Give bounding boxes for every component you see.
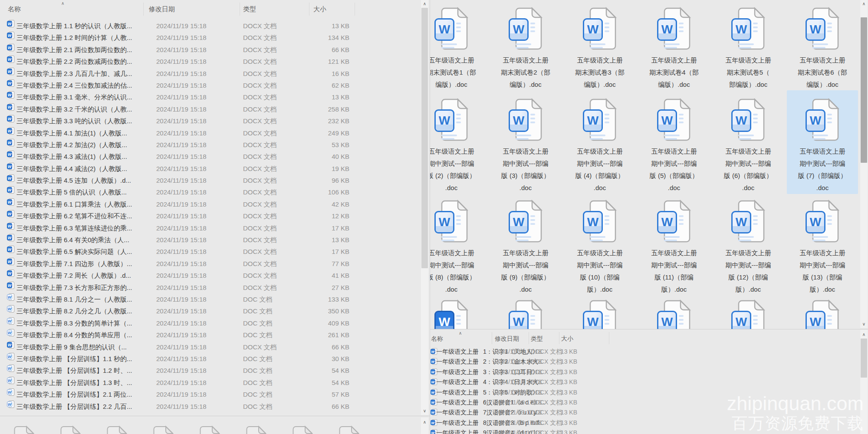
file-icon-item[interactable]: W五年级语文上册期末测试卷3（部编版）.doc <box>564 3 635 91</box>
file-row[interactable]: W三年级数学上册2.2 两位数减两位数的...2024/11/19 15:18D… <box>0 56 430 67</box>
scroll-up-icon[interactable]: ∧ <box>860 1 868 7</box>
file-row[interactable]: W三年级数学上册2.4 三位数加减法的估...2024/11/19 15:18D… <box>0 79 430 91</box>
column-divider[interactable] <box>609 332 609 344</box>
file-row[interactable]: W三年级数学上册6.4 有关0的乘法（人...2024/11/19 15:18D… <box>0 234 430 246</box>
partial-doc-icon[interactable] <box>292 425 314 434</box>
file-row[interactable]: W三年级数学上册【分层训练】1.2 时、...2024/11/19 15:18D… <box>0 365 430 376</box>
file-row[interactable]: W三年级数学上册6.1 口算乘法（人教版...2024/11/19 15:18D… <box>0 198 430 210</box>
partial-doc-icon[interactable] <box>60 425 82 434</box>
file-row[interactable]: W一年级语文上册5：识字5《对韵歌》...2024/11/19 17:18DOC… <box>430 388 868 398</box>
file-row[interactable]: W三年级数学上册3.1 毫米、分米的认识...2024/11/19 15:18D… <box>0 91 430 103</box>
column-divider[interactable] <box>355 3 355 16</box>
file-row[interactable]: W三年级数学上册1.2 时间的计算（人教...2024/11/19 15:18D… <box>0 32 430 43</box>
partial-doc-icon[interactable] <box>199 425 221 434</box>
file-row[interactable]: W三年级数学上册8.3 分数的简单计算（...2024/11/19 15:18D… <box>0 317 430 329</box>
file-row[interactable]: W一年级语文上册6汉语拼音1《a o e》...2024/11/19 17:18… <box>430 398 868 408</box>
file-icon-item[interactable]: W五年级语文上册期中测试---部编版 (3)（部编版）.doc <box>490 90 561 194</box>
file-row[interactable]: W一年级语文上册7汉语拼音2《i u ü y...2024/11/19 17:1… <box>430 408 868 418</box>
file-icon-item[interactable]: W五年级语文上册期中测试---部编版 (2)（部编版）.doc <box>430 90 487 194</box>
column-divider[interactable] <box>309 3 309 16</box>
file-icon-item[interactable]: W五年级语文上册期末测试卷4（部编版）.doc <box>638 3 710 91</box>
file-icon-item[interactable]: W五年级语文上册期末测试卷2（部编版）.doc <box>490 3 561 91</box>
file-row[interactable]: W三年级数学上册【分层训练】2.1 两位...2024/11/19 15:18D… <box>0 388 430 400</box>
bottom-left-scrollbar[interactable]: ∧ <box>421 418 428 434</box>
file-row[interactable]: W三年级数学上册【分层训练】1.3 时、...2024/11/19 15:18D… <box>0 377 430 388</box>
file-icon-item[interactable]: W五年级语文上册期中测试---部编版 (5)（部编版）.doc <box>638 90 710 194</box>
bottom-right-scrollbar[interactable]: ∧ <box>860 330 868 434</box>
file-row[interactable]: W三年级数学上册【分层训练】1.1 秒的...2024/11/19 15:18D… <box>0 353 430 365</box>
file-row[interactable]: W一年级语文上册3：识字3《口耳目》...2024/11/19 17:18DOC… <box>430 367 868 377</box>
column-divider[interactable] <box>559 332 559 344</box>
column-header-date[interactable]: 修改日期 <box>149 4 175 14</box>
file-row[interactable]: W三年级数学上册2.1 两位数加两位数的...2024/11/19 15:18D… <box>0 44 430 56</box>
column-header-size[interactable]: 大小 <box>561 334 573 343</box>
file-row[interactable]: W三年级数学上册3.3 吨的认识（人教版...2024/11/19 15:18D… <box>0 115 430 127</box>
column-divider[interactable] <box>492 332 492 344</box>
right-scrollbar[interactable]: ∧ ∨ <box>860 0 868 328</box>
file-row[interactable]: W三年级数学上册4.4 减法(2)（人教版...2024/11/19 15:18… <box>0 163 430 174</box>
scrollbar-thumb[interactable] <box>421 8 428 268</box>
file-row[interactable]: W三年级数学上册3.2 千米的认识（人教...2024/11/19 15:18D… <box>0 103 430 115</box>
partial-doc-icon[interactable] <box>153 425 174 434</box>
left-scrollbar[interactable]: ∧ ∨ <box>421 0 428 415</box>
file-icon-item[interactable]: W五年级语文上册期中测试---部编版 (7)（部编版）.doc <box>787 90 858 194</box>
file-row[interactable]: W一年级语文上册9汉语拼音4《d t n l...2024/11/19 17:1… <box>430 428 868 434</box>
file-row[interactable]: W一年级语文上册4：识字4《日月水火...2024/11/19 17:18DOC… <box>430 377 868 387</box>
file-row[interactable]: W三年级数学上册4.3 减法(1)（人教版...2024/11/19 15:18… <box>0 151 430 162</box>
file-row[interactable]: W三年级数学上册6.3 笔算连续进位的乘...2024/11/19 15:18D… <box>0 222 430 234</box>
column-header-name[interactable]: 名称 <box>431 334 443 343</box>
file-icon-item[interactable]: W <box>490 296 561 329</box>
column-divider[interactable] <box>529 332 529 344</box>
scroll-up-icon[interactable]: ∧ <box>421 419 428 425</box>
file-icon-item[interactable]: W五年级语文上册期中测试---部编版 (8)（部编版）.doc <box>430 194 487 296</box>
column-header-type[interactable]: 类型 <box>531 334 543 343</box>
file-row[interactable]: W一年级语文上册1：识字1《天地人》...2024/11/19 17:18DOC… <box>430 347 868 357</box>
file-row[interactable]: W三年级数学上册9 集合思想的认识（...2024/11/19 15:18DOC… <box>0 341 430 353</box>
file-icon-item[interactable]: W <box>638 296 710 329</box>
column-header-size[interactable]: 大小 <box>313 4 326 14</box>
file-row[interactable]: W三年级数学上册2.3 几百几十加、减几...2024/11/19 15:18D… <box>0 68 430 79</box>
file-row[interactable]: W三年级数学上册6.5 解决实际问题（人...2024/11/19 15:18D… <box>0 246 430 257</box>
file-row[interactable]: W三年级数学上册4.5 连加（人教版）.d...2024/11/19 15:18… <box>0 174 430 186</box>
partial-doc-icon[interactable] <box>246 425 267 434</box>
partial-doc-icon[interactable] <box>106 425 128 434</box>
file-icon-item[interactable]: W五年级语文上册期末测试卷6（部编版）.doc <box>787 3 858 91</box>
file-row[interactable]: W三年级数学上册5 倍的认识（人教版...2024/11/19 15:18DOC… <box>0 186 430 198</box>
file-row[interactable]: W三年级数学上册1.1 秒的认识（人教版...2024/11/19 15:18D… <box>0 20 430 32</box>
scrollbar-thumb[interactable] <box>861 339 867 378</box>
column-divider[interactable] <box>143 3 144 16</box>
scroll-up-icon[interactable]: ∧ <box>860 332 868 338</box>
file-icon-item[interactable]: W <box>430 296 487 329</box>
scroll-up-icon[interactable]: ∧ <box>421 1 428 7</box>
file-icon-item[interactable]: W五年级语文上册期末测试卷5（部编版）.doc <box>713 3 784 91</box>
file-row[interactable]: W三年级数学上册4.1 加法(1)（人教版...2024/11/19 15:18… <box>0 127 430 139</box>
file-row[interactable]: W三年级数学上册【分层训练】2.2 几百...2024/11/19 15:18D… <box>0 401 430 412</box>
file-row[interactable]: W三年级数学上册8.1 几分之一（人教版...2024/11/19 15:18D… <box>0 293 430 305</box>
file-icon-item[interactable]: W五年级语文上册期中测试---部编版 (6)（部编版）.doc <box>713 90 784 194</box>
scrollbar-thumb[interactable] <box>861 17 867 163</box>
file-icon-item[interactable]: W五年级语文上册期中测试---部编版 (12)（部编版）.doc <box>713 194 784 296</box>
file-icon-item[interactable]: W <box>713 296 784 329</box>
file-icon-item[interactable]: W五年级语文上册期末测试卷1（部编版）.doc <box>430 3 487 91</box>
file-icon-item[interactable]: W五年级语文上册期中测试---部编版 (9)（部编版）.doc <box>490 194 561 296</box>
file-row[interactable]: W三年级数学上册7.2 周长（人教版）.d...2024/11/19 15:18… <box>0 270 430 281</box>
file-icon-item[interactable]: W五年级语文上册期中测试---部编版 (10)（部编版）.doc <box>564 194 635 296</box>
file-icon-item[interactable]: W五年级语文上册期中测试---部编版 (13)（部编版）.doc <box>787 194 858 296</box>
file-icon-item[interactable]: W五年级语文上册期中测试---部编版 (4)（部编版）.doc <box>564 90 635 194</box>
file-row[interactable]: W一年级语文上册8汉语拼音3《b p m f...2024/11/19 17:1… <box>430 418 868 428</box>
file-row[interactable]: W一年级语文上册2：识字2《金木水火...2024/11/19 17:18DOC… <box>430 357 868 367</box>
file-row[interactable]: W三年级数学上册7.3 长方形和正方形的...2024/11/19 15:18D… <box>0 282 430 293</box>
column-header-date[interactable]: 修改日期 <box>495 334 519 343</box>
file-row[interactable]: W三年级数学上册8.4 分数的简单应用（...2024/11/19 15:18D… <box>0 329 430 341</box>
scroll-down-icon[interactable]: ∨ <box>860 321 868 327</box>
file-icon-item[interactable]: W <box>564 296 635 329</box>
file-row[interactable]: W三年级数学上册4.2 加法(2)（人教版...2024/11/19 15:18… <box>0 139 430 151</box>
file-row[interactable]: W三年级数学上册7.1 四边形（人教版）...2024/11/19 15:18D… <box>0 258 430 270</box>
file-row[interactable]: W三年级数学上册8.2 几分之几（人教版...2024/11/19 15:18D… <box>0 305 430 317</box>
column-divider[interactable] <box>240 3 240 16</box>
partial-doc-icon[interactable] <box>339 425 360 434</box>
file-icon-item[interactable]: W <box>787 296 858 329</box>
scroll-down-icon[interactable]: ∨ <box>421 408 428 414</box>
partial-doc-icon[interactable] <box>13 425 35 434</box>
column-header-name[interactable]: 名称 <box>8 4 21 14</box>
